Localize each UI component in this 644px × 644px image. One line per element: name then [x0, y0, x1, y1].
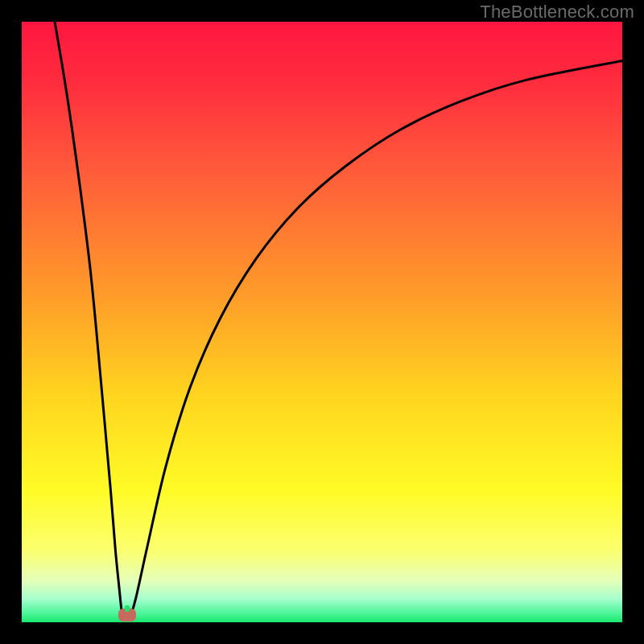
optimum-marker — [118, 609, 136, 621]
bottleneck-curve — [22, 22, 622, 622]
plot-frame — [22, 22, 622, 622]
watermark-text: TheBottleneck.com — [480, 2, 634, 23]
curve-left-branch — [55, 22, 123, 617]
curve-right-branch — [130, 60, 622, 616]
optimum-marker-notch — [125, 605, 130, 612]
